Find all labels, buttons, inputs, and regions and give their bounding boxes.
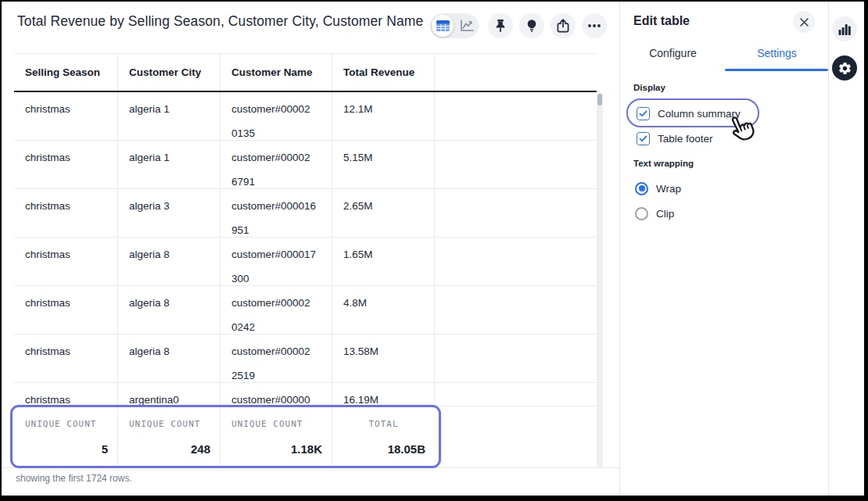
table-cell[interactable]: customer#00000 [221,383,332,406]
column-header[interactable]: Customer Name [221,54,332,91]
display-section-heading: Display [633,83,665,92]
table-cell[interactable]: christmas [14,92,118,140]
table-cell[interactable]: 5.15M [332,141,435,188]
data-table: Selling SeasonCustomer CityCustomer Name… [14,53,597,466]
edit-table-panel: Edit table Configure Settings Display Co… [621,2,829,496]
text-wrapping-section-heading: Text wrapping [633,159,694,168]
radio-button[interactable] [635,182,648,195]
summary-label: UNIQUE COUNT [25,419,113,429]
summary-cell: TOTAL18.05B [332,406,435,466]
column-header[interactable]: Total Revenue [332,54,435,91]
column-header[interactable]: Customer City [118,54,221,91]
ellipsis-icon [587,23,601,28]
summary-cell: UNIQUE COUNT1.18K [221,406,332,466]
app-window: Total Revenue by Selling Season, Custome… [2,2,864,496]
table-cell [435,141,597,188]
table-cell[interactable]: 16.19M [332,383,435,406]
summary-cell: UNIQUE COUNT5 [14,406,118,466]
column-header[interactable] [435,54,597,91]
table-cell[interactable]: argentina0 [118,383,221,406]
footer-divider [2,467,620,468]
table-cell [435,238,597,285]
table-cell [435,335,597,382]
table-cell[interactable]: customer#000026791 [221,141,332,188]
table-row: christmasalgeria 3customer#0000169512.65… [14,189,597,238]
summary-cell: UNIQUE COUNT248 [118,406,221,466]
share-button[interactable] [551,13,576,38]
table-cell[interactable]: algeria 8 [118,286,221,334]
table-cell[interactable]: algeria 1 [118,141,221,188]
scrollbar-thumb[interactable] [597,94,602,106]
radio-option-clip[interactable]: Clip [635,206,674,221]
tab-settings[interactable]: Settings [725,47,829,59]
table-cell[interactable]: customer#000020242 [221,286,332,334]
close-icon [800,18,809,27]
table-cell[interactable]: algeria 1 [118,92,221,140]
checkbox-label[interactable]: Column summary [658,108,741,120]
table-cell [435,286,597,334]
column-header[interactable]: Selling Season [14,54,118,91]
checkbox-option-table-footer[interactable]: Table footer [637,131,713,146]
table-cell [435,92,597,140]
table-cell[interactable]: christmas [14,335,118,382]
checkbox-label[interactable]: Table footer [658,133,713,145]
table-cell[interactable]: christmas [14,189,118,237]
table-cell[interactable]: algeria 8 [118,335,221,382]
table-cell[interactable]: 13.58M [332,335,435,382]
table-cell [435,189,597,237]
chart-view-button[interactable] [459,19,475,33]
table-cell [435,383,597,406]
table-cell[interactable]: customer#000016951 [221,189,332,237]
bar-chart-icon [838,23,851,35]
table-cell[interactable]: christmas [14,238,118,285]
table-view-button[interactable] [432,15,454,37]
row-count-note: showing the first 1724 rows. [16,473,132,484]
table-header-row: Selling SeasonCustomer CityCustomer Name… [14,54,597,92]
table-cell[interactable]: 1.65M [332,238,435,285]
radio-label[interactable]: Wrap [656,183,681,195]
visualize-button[interactable] [832,16,857,41]
lightbulb-icon [525,19,538,33]
share-icon [557,19,569,33]
table-cell[interactable]: christmas [14,141,118,188]
radio-option-wrap[interactable]: Wrap [635,181,681,196]
pin-button[interactable] [488,13,513,38]
chart-view-icon [460,20,474,32]
summary-value: 18.05B [388,442,425,456]
pin-icon [494,19,507,33]
table-cell[interactable]: 12.1M [332,92,435,140]
table-scrollbar[interactable] [597,93,603,467]
tab-configure[interactable]: Configure [621,47,725,59]
radio-label[interactable]: Clip [656,208,674,220]
settings-button[interactable] [832,55,857,81]
table-cell[interactable]: christmas [14,383,118,406]
checkbox[interactable] [637,132,650,145]
right-icon-strip [830,2,864,496]
column-summary-row: UNIQUE COUNT5UNIQUE COUNT248UNIQUE COUNT… [14,406,597,466]
checkbox-option-column-summary[interactable]: Column summary [637,106,741,121]
table-cell[interactable]: customer#000022519 [221,335,332,382]
table-cell[interactable]: customer#000017300 [221,238,332,285]
table-cell[interactable]: customer#000020135 [221,92,332,140]
panel-title: Edit table [633,14,690,28]
table-view-icon [436,20,450,31]
table-row: christmasalgeria 8customer#00002251913.5… [14,335,597,383]
table-cell[interactable]: christmas [14,286,118,334]
table-row: christmasalgeria 8customer#0000202424.8M [14,286,597,335]
lightbulb-button[interactable] [519,13,544,38]
table-row: christmasalgeria 1customer#00002013512.1… [14,92,597,141]
summary-value: 248 [191,442,210,456]
table-cell[interactable]: algeria 8 [118,238,221,285]
table-row: christmasargentina0customer#0000016.19M [14,383,597,406]
more-options-button[interactable] [582,13,607,38]
table-cell[interactable]: algeria 3 [118,189,221,237]
active-tab-underline [725,69,828,71]
table-cell[interactable]: 4.8M [332,286,435,334]
close-panel-button[interactable] [793,11,815,33]
summary-value: 5 [102,442,108,456]
answer-area: Total Revenue by Selling Season, Custome… [2,2,620,496]
view-toggle[interactable] [430,13,479,38]
radio-button[interactable] [635,207,648,220]
checkbox[interactable] [637,107,650,120]
table-cell[interactable]: 2.65M [332,189,435,237]
